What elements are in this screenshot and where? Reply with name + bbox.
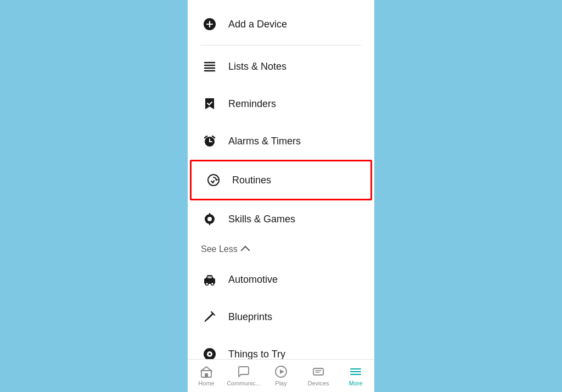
menu-item-lists-notes[interactable]: Lists & Notes xyxy=(188,48,374,85)
right-background xyxy=(374,0,562,392)
nav-item-devices[interactable]: Devices xyxy=(300,360,337,392)
plus-circle-icon xyxy=(201,15,218,33)
devices-icon xyxy=(312,365,325,378)
nav-item-play[interactable]: Play xyxy=(262,360,300,392)
svg-point-12 xyxy=(207,217,212,221)
menu-item-reminders-label: Reminders xyxy=(228,98,276,110)
menu-item-alarms-timers[interactable]: Alarms & Timers xyxy=(188,122,374,160)
menu-item-routines[interactable]: Routines xyxy=(190,160,372,200)
disc-icon xyxy=(201,345,218,359)
svg-point-22 xyxy=(209,353,211,355)
skills-icon xyxy=(201,210,218,228)
svg-rect-26 xyxy=(205,373,208,377)
divider-after-add-device xyxy=(201,45,361,46)
menu-item-blueprints-label: Blueprints xyxy=(228,311,272,323)
nav-item-more[interactable]: More xyxy=(337,360,374,392)
nav-item-home-label: Home xyxy=(198,380,214,387)
menu-item-automotive-label: Automotive xyxy=(228,274,278,285)
menu-item-things-to-try-label: Things to Try xyxy=(228,349,285,360)
see-less-label: See Less xyxy=(201,244,238,254)
main-panel: Add a Device Lists & Notes xyxy=(188,0,374,392)
car-icon xyxy=(201,271,218,288)
menu-item-things-to-try[interactable]: Things to Try xyxy=(188,335,374,359)
menu-item-skills-games-label: Skills & Games xyxy=(228,214,295,225)
nav-item-home[interactable]: Home xyxy=(188,360,225,392)
menu-item-automotive[interactable]: Automotive xyxy=(188,261,374,298)
menu-item-lists-notes-label: Lists & Notes xyxy=(228,61,286,72)
nav-item-devices-label: Devices xyxy=(307,380,329,387)
menu-item-alarms-timers-label: Alarms & Timers xyxy=(228,136,301,147)
svg-point-17 xyxy=(211,283,214,285)
routine-icon xyxy=(205,171,222,189)
bottom-nav: Home Communic... Play xyxy=(188,359,374,392)
svg-rect-29 xyxy=(313,368,323,375)
svg-rect-18 xyxy=(207,276,212,278)
menu-item-add-device[interactable]: Add a Device xyxy=(188,5,374,43)
play-icon xyxy=(274,365,288,378)
nav-item-more-label: More xyxy=(349,380,362,387)
menu-item-skills-games[interactable]: Skills & Games xyxy=(188,200,374,238)
more-icon xyxy=(349,365,362,378)
nav-item-play-label: Play xyxy=(275,380,286,387)
pencil-icon xyxy=(201,308,218,326)
left-background xyxy=(0,0,188,392)
svg-point-16 xyxy=(206,283,209,285)
nav-item-communicate-label: Communic... xyxy=(227,380,261,387)
communicate-icon xyxy=(237,365,250,378)
menu-list: Add a Device Lists & Notes xyxy=(188,0,374,359)
see-less-button[interactable]: See Less xyxy=(188,238,374,261)
svg-marker-28 xyxy=(280,369,284,374)
alarm-icon xyxy=(201,132,218,150)
menu-item-routines-label: Routines xyxy=(232,175,271,186)
chevron-up-icon xyxy=(240,246,250,255)
menu-item-blueprints[interactable]: Blueprints xyxy=(188,298,374,335)
menu-item-add-device-label: Add a Device xyxy=(228,19,287,30)
list-icon xyxy=(201,58,218,75)
bookmark-check-icon xyxy=(201,95,218,113)
menu-item-reminders[interactable]: Reminders xyxy=(188,85,374,122)
nav-item-communicate[interactable]: Communic... xyxy=(225,360,262,392)
home-icon xyxy=(200,365,213,378)
